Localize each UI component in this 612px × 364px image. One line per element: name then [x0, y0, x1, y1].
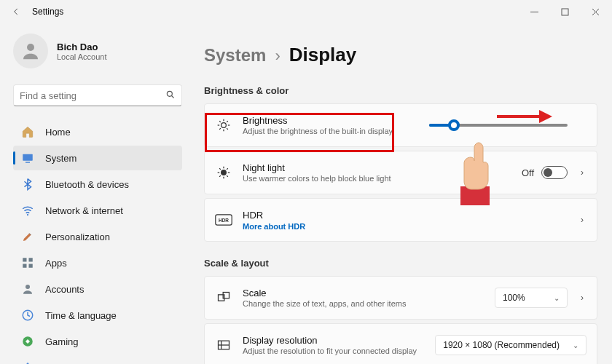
hdr-icon: HDR — [215, 211, 232, 229]
resolution-label: Display resolution — [243, 335, 425, 346]
nav-label: Accounts — [45, 284, 84, 295]
nav-label: Bluetooth & devices — [45, 179, 129, 190]
avatar — [13, 33, 48, 68]
page-title: Display — [289, 44, 357, 66]
annotation-hand-pointer-icon — [447, 134, 498, 199]
svg-line-35 — [219, 175, 221, 177]
svg-rect-11 — [29, 258, 33, 261]
chevron-down-icon: ⌄ — [554, 294, 560, 302]
nav-label: Time & language — [45, 310, 117, 321]
search-icon — [165, 90, 176, 102]
minimize-button[interactable] — [519, 1, 549, 22]
user-name: Bich Dao — [57, 41, 107, 52]
svg-point-14 — [26, 285, 30, 289]
scale-value: 100% — [503, 293, 525, 303]
home-icon — [20, 124, 35, 139]
svg-rect-1 — [562, 9, 568, 15]
sun-icon — [215, 116, 232, 134]
breadcrumb: System › Display — [204, 44, 597, 66]
night-light-icon — [215, 164, 232, 181]
resolution-value: 1920 × 1080 (Recommended) — [443, 340, 560, 350]
svg-point-27 — [221, 170, 227, 175]
svg-marker-44 — [539, 110, 552, 123]
nav-item-home[interactable]: Home — [13, 119, 182, 144]
hdr-label: HDR — [243, 210, 568, 221]
search-input[interactable] — [20, 90, 165, 101]
section-scale-layout: Scale & layout — [204, 258, 597, 269]
scale-select[interactable]: 100% ⌄ — [495, 288, 568, 308]
scale-sub: Change the size of text, apps, and other… — [243, 299, 484, 308]
user-account-type: Local Account — [57, 52, 107, 61]
svg-point-18 — [221, 123, 227, 128]
svg-line-25 — [227, 121, 228, 122]
accounts-icon — [20, 282, 35, 296]
resolution-select[interactable]: 1920 × 1080 (Recommended) ⌄ — [435, 335, 586, 355]
svg-line-33 — [227, 175, 228, 177]
svg-line-24 — [227, 128, 228, 130]
nav-item-network[interactable]: Network & internet — [13, 198, 182, 223]
hdr-link[interactable]: More about HDR — [243, 222, 568, 231]
nav-label: Network & internet — [45, 205, 123, 216]
svg-line-32 — [219, 168, 221, 170]
section-brightness-color: Brightness & color — [204, 85, 597, 96]
system-icon — [20, 151, 35, 165]
chevron-right-icon: › — [275, 47, 280, 66]
user-block[interactable]: Bich Dao Local Account — [13, 33, 182, 68]
accessibility-icon — [20, 360, 35, 364]
chevron-right-icon[interactable]: › — [578, 215, 586, 225]
svg-rect-10 — [23, 258, 26, 261]
row-scale[interactable]: Scale Change the size of text, apps, and… — [204, 276, 597, 320]
row-night-light[interactable]: Night light Use warmer colors to help bl… — [204, 151, 597, 194]
search-field[interactable] — [13, 84, 182, 106]
back-button[interactable] — [7, 3, 25, 20]
close-button[interactable] — [580, 1, 611, 22]
svg-rect-13 — [29, 264, 33, 268]
paintbrush-icon — [20, 229, 35, 244]
scale-label: Scale — [243, 288, 484, 298]
nav-label: Gaming — [45, 336, 79, 347]
nav-item-accessibility[interactable]: Accessibility — [13, 355, 182, 364]
chevron-down-icon: ⌄ — [573, 341, 578, 349]
main: System › Display Brightness & color Brig… — [189, 23, 612, 364]
svg-point-9 — [27, 214, 28, 215]
brightness-sub: Adjust the brightness of the built-in di… — [243, 127, 419, 135]
wifi-icon — [20, 203, 35, 218]
svg-rect-12 — [23, 264, 26, 268]
toggle-state: Off — [522, 167, 534, 178]
nav-item-apps[interactable]: Apps — [13, 250, 182, 275]
nav-label: Personalization — [45, 232, 110, 242]
nav-item-personalization[interactable]: Personalization — [13, 224, 182, 249]
svg-rect-7 — [23, 154, 33, 161]
clock-globe-icon — [20, 308, 35, 323]
row-resolution[interactable]: Display resolution Adjust the resolution… — [204, 323, 597, 364]
nav-item-time-language[interactable]: Time & language — [13, 303, 182, 328]
slider-thumb[interactable] — [448, 119, 460, 131]
apps-icon — [20, 256, 35, 270]
svg-line-23 — [219, 121, 221, 122]
resolution-icon — [215, 336, 232, 354]
resolution-sub: Adjust the resolution to fit your connec… — [243, 347, 425, 355]
nav: Home System Bluetooth & devices Network … — [13, 119, 182, 364]
svg-point-4 — [27, 44, 34, 51]
scale-icon — [215, 289, 232, 306]
svg-line-26 — [219, 128, 221, 130]
svg-line-34 — [227, 168, 228, 170]
nav-label: Home — [45, 127, 71, 138]
night-light-toggle[interactable]: Off — [522, 166, 568, 179]
nav-item-system[interactable]: System — [13, 146, 182, 170]
toggle-switch[interactable] — [541, 166, 568, 179]
annotation-arrow-icon — [495, 108, 554, 128]
chevron-right-icon[interactable]: › — [578, 293, 586, 303]
row-hdr[interactable]: HDR HDR More about HDR › — [204, 198, 597, 242]
svg-point-5 — [167, 91, 172, 96]
breadcrumb-parent[interactable]: System — [204, 45, 266, 66]
brightness-label: Brightness — [243, 115, 419, 126]
nav-item-bluetooth[interactable]: Bluetooth & devices — [13, 172, 182, 197]
gaming-icon — [20, 334, 35, 349]
svg-text:HDR: HDR — [219, 218, 229, 223]
chevron-right-icon[interactable]: › — [578, 167, 586, 178]
nav-item-accounts[interactable]: Accounts — [13, 277, 182, 301]
maximize-button[interactable] — [549, 1, 580, 22]
nav-item-gaming[interactable]: Gaming — [13, 329, 182, 354]
window-title: Settings — [32, 7, 63, 17]
